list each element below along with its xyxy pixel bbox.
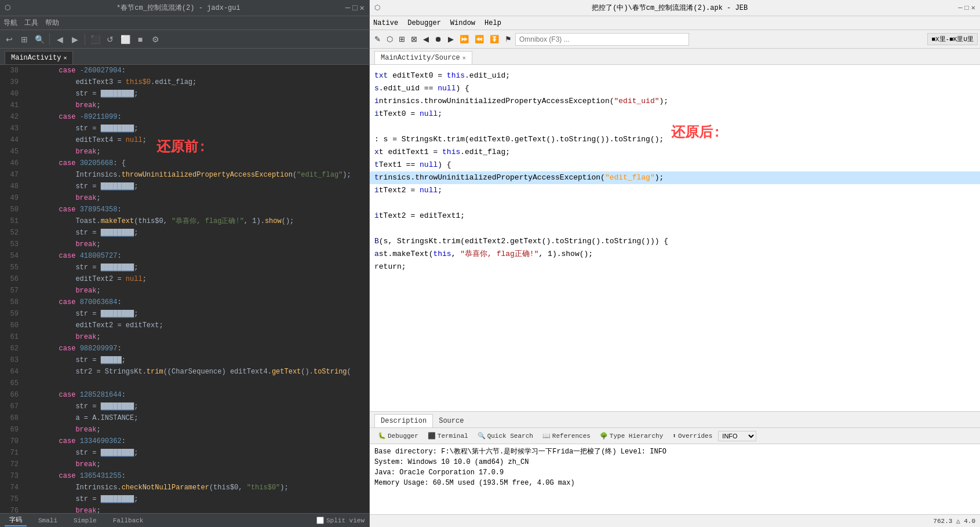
right-panel: ⬡ 把控了(中)\春节cm_控制流混淆(2).apk - JEB ─ □ ✕ N… [370, 0, 980, 527]
right-toolbar-btn-1[interactable]: ✎ [372, 32, 383, 46]
right-toolbar-btn-9[interactable]: ⚑ [502, 32, 514, 46]
table-row: 61 break; [0, 331, 369, 343]
right-menu-window[interactable]: Window [450, 19, 475, 27]
right-toolbar-btn-7[interactable]: ⏪ [472, 32, 486, 46]
left-menubar: 导航 工具 帮助 [0, 16, 369, 30]
table-row: 71 str = ████████; [0, 447, 369, 459]
bottom-tabs: Description Source [370, 412, 980, 428]
toolbar-sep-1 [49, 34, 50, 45]
log-tab-typehierarchy[interactable]: 🌳 Type Hierarchy [596, 431, 666, 441]
right-titlebar: ⬡ 把控了(中)\春节cm_控制流混淆(2).apk - JEB ─ □ ✕ [370, 0, 980, 16]
table-row: 68 a = A.INSTANCE; [0, 412, 369, 424]
main-container: ⬡ *春节cm_控制流混淆(2) - jadx-gui ─ □ ✕ 导航 工具 … [0, 0, 980, 527]
right-toolbar-btn-record[interactable]: ⏺ [432, 32, 445, 46]
table-row: txt editText0 = this.edit_uid; [370, 69, 980, 82]
table-row: 42 case -89211099: [0, 111, 369, 123]
table-row: 59 str = ████████; [0, 308, 369, 320]
left-menu-help[interactable]: 帮助 [45, 18, 59, 28]
table-row [370, 222, 980, 235]
right-menu-debugger[interactable]: Debugger [407, 19, 441, 27]
table-row-highlighted: trinsics.throwUninitializedPropertyAcces… [370, 171, 980, 184]
statusbar-tab-smali[interactable]: Smali [34, 516, 62, 525]
omnibox-input[interactable] [515, 33, 689, 46]
bottom-tab-description[interactable]: Description [374, 414, 433, 427]
table-row: 72 break; [0, 459, 369, 470]
left-close-btn[interactable]: ✕ [360, 3, 365, 13]
right-code-area[interactable]: 还原后: txt editText0 = this.edit_uid; s.ed… [370, 65, 980, 411]
statusbar-tab-bytecode[interactable]: 字码 [5, 514, 27, 526]
right-btn-group[interactable]: ■X里-■K里U里 [927, 33, 978, 45]
right-close-btn[interactable]: ✕ [971, 3, 975, 12]
table-row: 65 [0, 378, 369, 389]
right-title: 把控了(中)\春节cm_控制流混淆(2).apk - JEB [384, 3, 956, 13]
right-minimize-btn[interactable]: ─ [958, 4, 962, 12]
tab-mainactivity[interactable]: MainActivity ✕ [5, 51, 73, 64]
log-tab-quicksearch[interactable]: 🔍 Quick Search [474, 431, 537, 441]
log-tab-overrides[interactable]: ⬆ Overrides [669, 431, 716, 441]
table-row: 54 case 418005727: [0, 250, 369, 262]
split-view-label: Split view [326, 517, 365, 524]
toolbar-btn-5[interactable]: ⬛ [88, 32, 102, 46]
statusbar-tab-fallback[interactable]: Fallback [108, 516, 148, 525]
table-row: 40 str = ████████; [0, 88, 369, 100]
tab-mainactivity-source[interactable]: MainActivity/Source ✕ [374, 51, 472, 64]
right-menu-help[interactable]: Help [484, 19, 501, 27]
toolbar-btn-8[interactable]: ■ [133, 32, 147, 46]
toolbar-btn-6[interactable]: ↺ [103, 32, 117, 46]
table-row: 69 break; [0, 424, 369, 435]
toolbar-btn-1[interactable]: ↩ [2, 32, 16, 46]
right-toolbar-btn-8[interactable]: ⏬ [487, 32, 501, 46]
table-row: 39 editText3 = this$0.edit_flag; [0, 76, 369, 88]
table-row: ast.makeText(this, "恭喜你, flag正确!", 1).sh… [370, 248, 980, 261]
right-tab-label: MainActivity/Source [381, 54, 460, 62]
split-view-check[interactable]: Split view [316, 517, 365, 524]
right-menu-native[interactable]: Native [373, 19, 398, 27]
statusbar-tab-simple[interactable]: Simple [69, 516, 101, 525]
left-menu-tools[interactable]: 工具 [24, 18, 38, 28]
left-app-icon: ⬡ [5, 3, 10, 12]
tab-close-icon[interactable]: ✕ [63, 54, 67, 61]
bottom-tab-source[interactable]: Source [433, 415, 469, 427]
table-row: itText2 = null; [370, 184, 980, 197]
toolbar-btn-2[interactable]: ⊞ [17, 32, 31, 46]
log-tab-terminal[interactable]: ⬛ Terminal [424, 431, 472, 441]
right-bottom: Description Source 🐛 Debugger ⬛ Terminal… [370, 411, 980, 527]
table-row: 55 str = ████████; [0, 262, 369, 273]
table-row: 49 break; [0, 192, 369, 204]
left-maximize-btn[interactable]: □ [352, 3, 357, 13]
left-menu-nav[interactable]: 导航 [3, 18, 17, 28]
table-row: 57 break; [0, 285, 369, 297]
table-row: 51 Toast.makeText(this$0, "恭喜你, flag正确!"… [0, 215, 369, 227]
right-toolbar-btn-4[interactable]: ⊠ [409, 32, 420, 46]
right-toolbar-btn-5[interactable]: ◀ [421, 32, 431, 46]
left-minimize-btn[interactable]: ─ [345, 3, 350, 13]
left-code-area[interactable]: 还原前: 38 case -260027904: 39 editText3 = … [0, 65, 369, 513]
left-titlebar: ⬡ *春节cm_控制流混淆(2) - jadx-gui ─ □ ✕ [0, 0, 369, 16]
table-row: 48 str = ████████; [0, 181, 369, 192]
log-tab-debugger[interactable]: 🐛 Debugger [374, 431, 422, 441]
table-row: 76 break; [0, 505, 369, 513]
toolbar-btn-back[interactable]: ◀ [53, 32, 67, 46]
toolbar-btn-9[interactable]: ⚙ [148, 32, 162, 46]
toolbar-btn-3[interactable]: 🔍 [32, 32, 46, 46]
log-level-select[interactable]: INFO DEBUG WARN ERROR [718, 431, 756, 441]
right-toolbar-btn-3[interactable]: ⊞ [396, 32, 407, 46]
right-toolbar-btn-2[interactable]: ⬡ [384, 32, 395, 46]
toolbar-btn-7[interactable]: ⬜ [118, 32, 132, 46]
toolbar-btn-forward[interactable]: ▶ [68, 32, 82, 46]
right-tab-close-icon[interactable]: ✕ [462, 54, 466, 61]
table-row: tText1 == null) { [370, 159, 980, 171]
split-view-checkbox[interactable] [316, 517, 324, 524]
right-maximize-btn[interactable]: □ [965, 4, 969, 12]
log-tab-references[interactable]: 📖 References [539, 431, 594, 441]
right-toolbar: ✎ ⬡ ⊞ ⊠ ◀ ⏺ ▶ ⏩ ⏪ ⏬ ⚑ ■X里-■K里U里 [370, 30, 980, 49]
log-area[interactable]: Base directory: F:\教程\第十六节.是时候学习一下Frida一… [370, 444, 980, 514]
left-tabs: MainActivity ✕ [0, 49, 369, 65]
table-row [370, 197, 980, 210]
right-toolbar-btn-play[interactable]: ▶ [446, 32, 456, 46]
table-row: 75 str = ████████; [0, 493, 369, 505]
table-row: 38 case -260027904: [0, 65, 369, 76]
table-row: B(s, StringsKt.trim(editText2.getText().… [370, 235, 980, 248]
right-toolbar-btn-6[interactable]: ⏩ [457, 32, 471, 46]
right-tabs: MainActivity/Source ✕ [370, 49, 980, 65]
